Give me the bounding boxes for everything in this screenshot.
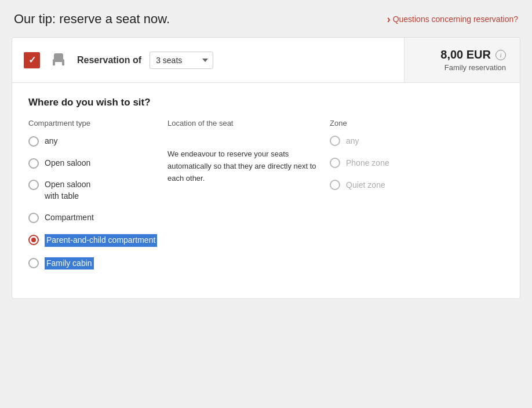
radio-any-input[interactable]: [28, 136, 39, 147]
page-title: Our tip: reserve a seat now.: [14, 12, 170, 27]
reservation-label: Reservation of: [77, 55, 141, 65]
card-body: Where do you wish to sit? Compartment ty…: [12, 83, 520, 298]
zone-radio-any[interactable]: any: [330, 136, 457, 146]
zone-header: Zone: [330, 119, 457, 128]
price-amount: 8,00 EUR: [440, 48, 491, 61]
radio-open-saloon-table-input[interactable]: [28, 180, 39, 190]
zone-any-label: any: [346, 136, 359, 145]
location-header: Location of the seat: [167, 119, 330, 128]
radio-family-cabin-input[interactable]: [28, 258, 39, 268]
compartment-type-column: Compartment type any Open saloon Open sa…: [28, 119, 167, 280]
radio-open-saloon-label: Open saloon: [45, 158, 90, 169]
radio-compartment-label: Compartment: [45, 212, 94, 224]
radio-parent-child-input[interactable]: [28, 235, 39, 245]
radio-family-cabin[interactable]: Family cabin: [28, 257, 167, 270]
radio-parent-child-label: Parent-and-child compartment: [45, 234, 157, 247]
svg-rect-2: [53, 61, 55, 65]
radio-parent-child[interactable]: Parent-and-child compartment: [28, 234, 167, 247]
radio-family-cabin-label: Family cabin: [45, 257, 94, 270]
page-header: Our tip: reserve a seat now. Questions c…: [12, 12, 520, 27]
location-description: We endeavour to reserve your seats autom…: [167, 136, 330, 184]
compartment-type-group: any Open saloon Open saloonwith table Co…: [28, 136, 167, 280]
section-title: Where do you wish to sit?: [28, 97, 504, 108]
location-column: Location of the seat We endeavour to res…: [167, 119, 330, 280]
price-row: 8,00 EUR i: [418, 48, 506, 61]
card-header: ✓ Reservation of 3 seats 1 seat 2 seats …: [12, 38, 520, 83]
reservation-card: ✓ Reservation of 3 seats 1 seat 2 seats …: [12, 37, 520, 299]
zone-phone-label: Phone zone: [346, 158, 389, 167]
family-label: Family reservation: [418, 63, 506, 72]
options-grid: Compartment type any Open saloon Open sa…: [28, 119, 504, 280]
radio-any[interactable]: any: [28, 136, 167, 147]
info-icon[interactable]: i: [495, 50, 506, 60]
radio-open-saloon-input[interactable]: [28, 158, 39, 169]
radio-compartment[interactable]: Compartment: [28, 212, 167, 224]
zone-radio-any-input[interactable]: [330, 136, 340, 146]
radio-any-label: any: [45, 136, 58, 147]
questions-link[interactable]: Questions concerning reservation?: [387, 13, 518, 26]
zone-radio-phone-input[interactable]: [330, 158, 340, 168]
zone-quiet-label: Quiet zone: [346, 180, 385, 190]
zone-radio-quiet-input[interactable]: [330, 180, 340, 190]
card-header-right: 8,00 EUR i Family reservation: [404, 38, 520, 82]
reservation-label-text: Reservation of: [77, 55, 141, 65]
zone-group: any Phone zone Quiet zone: [330, 136, 457, 202]
compartment-type-header: Compartment type: [28, 119, 167, 128]
reservation-checkbox[interactable]: ✓: [24, 52, 40, 68]
card-header-left: ✓ Reservation of 3 seats 1 seat 2 seats …: [12, 39, 404, 81]
checkmark-icon: ✓: [28, 56, 36, 65]
zone-radio-phone[interactable]: Phone zone: [330, 158, 457, 168]
svg-rect-3: [62, 61, 64, 65]
zone-column: Zone any Phone zone Quiet zone: [330, 119, 457, 280]
seats-select[interactable]: 3 seats 1 seat 2 seats 4 seats 5 seats: [150, 52, 213, 69]
radio-open-saloon[interactable]: Open saloon: [28, 158, 167, 169]
radio-open-saloon-table-label: Open saloonwith table: [45, 179, 90, 202]
radio-compartment-input[interactable]: [28, 213, 39, 223]
radio-open-saloon-table[interactable]: Open saloonwith table: [28, 179, 167, 202]
seat-icon: [48, 50, 69, 71]
zone-radio-quiet[interactable]: Quiet zone: [330, 180, 457, 190]
